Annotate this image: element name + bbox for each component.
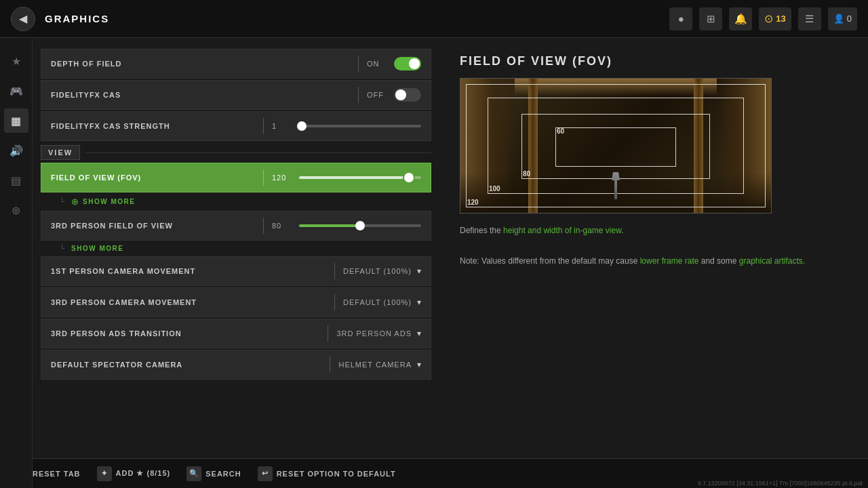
main-content: DEPTH OF FIELD ON FIDELITYFX CAS OFF FID… [33,38,868,488]
fov-note: Note: Values different from the default … [460,255,848,268]
back-icon: ◀ [19,12,27,25]
fov-note-highlight-2: graphical artifacts. [739,256,805,266]
topbar: ◀ GRAPHICS ● ⊞ 🔔 ⊙ 13 ☰ 👤 0 [0,0,868,38]
3rd-person-camera-label: 3RD PERSON CAMERA MOVEMENT [51,298,326,306]
3rd-person-camera-value: DEFAULT (100%) [343,298,412,306]
coin-badge[interactable]: ⊙ 13 [759,7,791,30]
person-badge[interactable]: 👤 0 [828,7,857,30]
chevron-down-icon: ▾ [417,360,421,369]
slider-fill [299,224,360,227]
reset-tab-label: RESET TAB [33,470,81,478]
hud-icon: ▤ [11,174,21,187]
back-button[interactable]: ◀ [11,7,35,31]
add-bookmark-icon: ✦ [97,466,112,481]
fov-note-highlight-1: lower frame rate [640,256,699,266]
field-of-view-slider[interactable] [299,176,421,179]
default-spectator-label: DEFAULT SPECTATOR CAMERA [51,361,321,369]
reset-default-icon: ↩ [258,466,273,481]
depth-of-field-row[interactable]: DEPTH OF FIELD ON [41,49,431,79]
fov-preview: 120 100 80 60 [460,78,772,214]
fidelityfx-cas-row[interactable]: FIDELITYFX CAS OFF [41,80,431,110]
topbar-right: ● ⊞ 🔔 ⊙ 13 ☰ 👤 0 [669,7,857,30]
slider-thumb[interactable] [355,221,365,230]
sound-icon: 🔊 [9,144,23,157]
slider-track [299,125,421,127]
sidebar-item-hud[interactable]: ▤ [4,168,28,192]
reset-default-action[interactable]: ↩ RESET OPTION TO DEFAULT [258,466,396,481]
bullet-icon-btn[interactable]: ● [669,7,692,30]
sidebar-item-sound[interactable]: 🔊 [4,138,28,163]
slider-thumb[interactable] [403,171,415,184]
fidelityfx-cas-value: OFF [367,91,394,99]
field-of-view-label: FIELD OF VIEW (FOV) [51,174,255,182]
fidelityfx-cas-toggle-container [394,88,421,102]
sidebar-item-network[interactable]: ⊛ [4,198,28,222]
sidebar-item-star[interactable]: ★ [4,49,28,73]
controller-icon: 🎮 [9,85,23,98]
chevron-down-icon: ▾ [417,266,421,276]
3rd-person-fov-slider[interactable] [299,224,421,227]
section-line [85,152,431,153]
fov-label-60: 60 [557,127,564,135]
grid-icon-btn[interactable]: ⊞ [699,7,722,30]
fidelityfx-cas-strength-label: FIDELITYFX CAS STRENGTH [51,122,255,130]
network-icon: ⊛ [12,204,20,217]
slider-fill [299,176,409,179]
fov-label-120: 120 [467,199,479,206]
view-section-header: VIEW [41,145,431,160]
slider-track [299,176,421,179]
3rd-person-camera-dropdown[interactable]: DEFAULT (100%) ▾ [343,298,421,307]
field-of-view-row[interactable]: FIELD OF VIEW (FOV) 120 [41,163,431,192]
depth-of-field-toggle[interactable] [394,57,421,70]
sidebar-item-controller[interactable]: 🎮 [4,79,28,103]
page-title: GRAPHICS [45,13,109,24]
separator [263,218,264,234]
1st-person-camera-dropdown[interactable]: DEFAULT (100%) ▾ [343,266,421,276]
menu-icon: ☰ [805,13,814,25]
3rd-person-ads-row[interactable]: 3RD PERSON ADS TRANSITION 3RD PERSON ADS… [41,319,431,348]
bell-icon-btn[interactable]: 🔔 [729,7,752,30]
3rd-person-fov-value: 80 [272,222,299,230]
1st-person-camera-row[interactable]: 1ST PERSON CAMERA MOVEMENT DEFAULT (100%… [41,256,431,286]
3rd-person-ads-value: 3RD PERSON ADS [336,329,412,338]
3rd-person-camera-row[interactable]: 3RD PERSON CAMERA MOVEMENT DEFAULT (100%… [41,287,431,317]
fidelityfx-cas-strength-slider[interactable] [299,125,421,127]
search-action[interactable]: 🔍 SEARCH [186,466,241,481]
menu-icon-btn[interactable]: ☰ [798,7,821,30]
separator [330,357,330,373]
1st-person-camera-label: 1ST PERSON CAMERA MOVEMENT [51,267,326,275]
indent-arrow: └ [60,198,64,205]
separator [263,169,264,186]
person-count: 0 [847,14,852,24]
fidelityfx-cas-toggle[interactable] [394,88,421,102]
default-spectator-row[interactable]: DEFAULT SPECTATOR CAMERA HELMET CAMERA ▾ [41,350,431,380]
show-more-icon: ⊕ [71,197,79,207]
separator [334,294,335,310]
add-bookmark-label: ADD ★ (8/15) [116,469,171,478]
coin-icon: ⊙ [764,12,773,25]
graphics-icon: ▦ [11,115,21,127]
version-string: 9.7.13200072 [34:31:1561+1] Tm [7000]166… [698,480,863,487]
fov-description: Defines the height and width of in-game … [460,224,848,237]
sidebar-item-graphics[interactable]: ▦ [4,108,28,133]
3rd-person-fov-label: 3RD PERSON FIELD OF VIEW [51,222,255,230]
reset-default-label: RESET OPTION TO DEFAULT [277,470,396,478]
bullet-icon: ● [678,13,684,24]
slider-thumb[interactable] [297,121,307,131]
3rd-person-fov-row[interactable]: 3RD PERSON FIELD OF VIEW 80 [41,211,431,241]
coin-count: 13 [776,14,785,24]
fov-show-more-row[interactable]: └ ⊕ SHOW MORE [41,194,431,211]
3rd-person-ads-dropdown[interactable]: 3RD PERSON ADS ▾ [336,329,421,338]
chevron-down-icon: ▾ [417,329,421,338]
default-spectator-dropdown[interactable]: HELMET CAMERA ▾ [338,360,421,369]
separator [358,87,359,103]
add-bookmark-action[interactable]: ✦ ADD ★ (8/15) [97,466,171,481]
separator [358,56,359,72]
1st-person-camera-value: DEFAULT (100%) [343,267,412,275]
default-spectator-value: HELMET CAMERA [338,361,412,369]
depth-of-field-label: DEPTH OF FIELD [51,60,350,68]
chevron-down-icon: ▾ [417,298,421,307]
fidelityfx-cas-strength-row[interactable]: FIDELITYFX CAS STRENGTH 1 [41,111,431,141]
separator [328,325,328,342]
3rd-fov-show-more-row[interactable]: └ SHOW MORE [41,242,431,256]
